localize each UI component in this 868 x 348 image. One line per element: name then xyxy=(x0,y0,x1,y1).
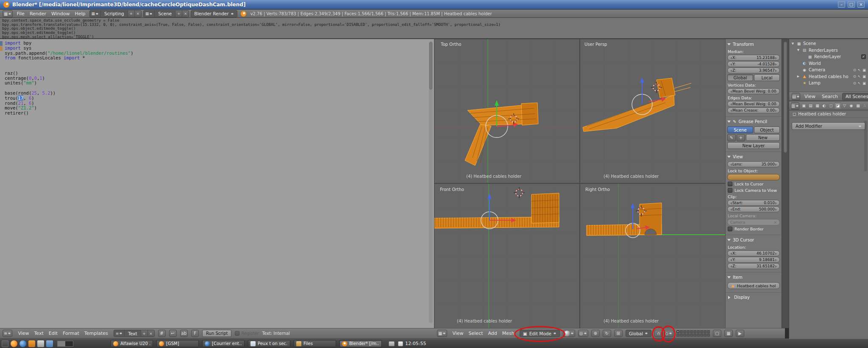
gp-draw-icon[interactable]: ✎ xyxy=(727,134,736,141)
text-editor-scrollbar[interactable] xyxy=(429,41,433,323)
register-option[interactable]: Register xyxy=(235,331,259,336)
selectability-arrow-icon[interactable]: ↖ xyxy=(858,74,861,79)
screen-layout-name[interactable]: Scripting xyxy=(101,11,128,16)
menubar-menu-help[interactable]: Help xyxy=(72,11,87,17)
gp-source-object-button[interactable]: Object xyxy=(754,126,780,133)
window-maximize-button[interactable]: □ xyxy=(848,1,855,8)
view-panel-header[interactable]: View xyxy=(727,153,780,161)
outliner-row-renderlayers[interactable]: ▼▤RenderLayers xyxy=(789,47,868,54)
files-icon[interactable] xyxy=(37,340,44,347)
renderability-camera-icon[interactable]: ▣ xyxy=(862,74,866,79)
median-x-slider[interactable]: X:15.23188 xyxy=(727,55,780,61)
clear-icon[interactable]: × xyxy=(773,220,777,225)
workspace-cell[interactable] xyxy=(58,341,65,346)
local-camera-field[interactable]: Camera × xyxy=(727,219,780,225)
render-engine-dropdown[interactable]: Blender Render xyxy=(191,10,237,17)
snap-magnet-icon[interactable]: ∩ xyxy=(654,330,663,337)
properties-tab-particles[interactable]: ∴ xyxy=(862,102,868,109)
properties-tab-object[interactable]: ◻ xyxy=(828,102,834,109)
firefox-icon[interactable] xyxy=(11,340,17,347)
text-datablock-icon[interactable]: ≡ xyxy=(114,330,125,337)
visibility-eye-icon[interactable]: ⊙ xyxy=(853,81,856,85)
screen-layout-icon[interactable]: ▦ xyxy=(90,11,101,17)
item-panel-header[interactable]: Item xyxy=(727,274,780,281)
manipulator-rotate-icon[interactable]: ↻ xyxy=(603,330,611,337)
lock-to-cursor-checkbox[interactable] xyxy=(728,182,732,186)
editor-type-text-icon[interactable]: ≡ xyxy=(3,330,12,337)
text-menu-templates[interactable]: Templates xyxy=(82,330,110,337)
window-close-button[interactable]: × xyxy=(857,1,865,8)
manipulator-translate-icon[interactable]: ⊕ xyxy=(591,330,600,337)
taskbar-window-button[interactable]: Alfawise U20 ... xyxy=(111,340,153,347)
layer-cell[interactable] xyxy=(683,334,686,337)
mail-icon[interactable] xyxy=(19,340,26,347)
viewport-menu-view[interactable]: View xyxy=(450,330,465,337)
cursor-z-slider[interactable]: Z:31.65182 xyxy=(727,263,780,269)
renderlayer-checkbox-icon[interactable]: ✓ xyxy=(861,54,866,59)
outliner-row-world[interactable]: ◐World xyxy=(789,60,868,67)
render-border-checkbox[interactable] xyxy=(728,227,732,231)
add-layout-button[interactable]: + xyxy=(128,11,134,17)
add-scene-button[interactable]: + xyxy=(175,11,182,17)
outliner-region[interactable]: ▼▦Scene▼▤RenderLayers▩RenderLayer✓◐World… xyxy=(789,39,868,101)
grease-pencil-panel-header[interactable]: ✎Grease Pencil xyxy=(727,118,780,126)
orientation-local-button[interactable]: Local xyxy=(754,74,780,81)
properties-tab-data[interactable]: ▽ xyxy=(841,102,848,109)
taskbar-window-button[interactable]: Blender* [/m... xyxy=(339,340,382,347)
selectability-arrow-icon[interactable]: ↖ xyxy=(858,81,861,85)
opengl-render-icon[interactable]: ▦ xyxy=(724,330,733,337)
taskbar-window-button[interactable]: Peux t on sec... xyxy=(248,340,290,347)
gp-new-button[interactable]: New xyxy=(746,134,780,141)
screen-layout-selector[interactable]: ▦ Scripting + × xyxy=(89,10,142,17)
scene-name[interactable]: Scene xyxy=(155,11,175,16)
editor-icon[interactable] xyxy=(46,340,53,347)
display-panel-header[interactable]: Display xyxy=(727,294,780,301)
lock-camera-checkbox[interactable] xyxy=(728,188,732,193)
close-layout-button[interactable]: × xyxy=(134,11,141,17)
text-menu-text[interactable]: Text xyxy=(32,330,46,337)
workspace-pager[interactable] xyxy=(57,341,73,347)
outliner-row-renderlayer[interactable]: ▩RenderLayer✓ xyxy=(789,53,868,60)
properties-tab-render[interactable]: ▣ xyxy=(801,102,807,109)
gp-new-layer-button[interactable]: New Layer xyxy=(727,142,780,149)
package-icon[interactable] xyxy=(28,340,35,347)
menubar-menu-file[interactable]: File xyxy=(14,11,26,17)
close-text-button[interactable]: × xyxy=(147,330,154,337)
line-numbers-toggle-icon[interactable]: # xyxy=(158,330,166,337)
viewport-shading-dropdown[interactable] xyxy=(563,330,575,337)
viewport-menu-add[interactable]: Add xyxy=(486,330,499,337)
editor-type-info-icon[interactable]: ▦ xyxy=(3,10,13,17)
transform-orientation-dropdown[interactable]: Global xyxy=(626,330,652,337)
mean-crease-slider[interactable]: Mean Crease: 0.00 xyxy=(727,107,780,113)
taskbar-window-button[interactable]: [Courrier ent... xyxy=(202,340,245,347)
menubar-menu-window[interactable]: Window xyxy=(49,11,72,17)
workspace-cell[interactable] xyxy=(65,341,73,346)
breadcrumb-object-name[interactable]: Heatbed cables holder xyxy=(798,112,846,116)
scene-selector-icon[interactable]: ▦ xyxy=(144,11,155,17)
clip-end-slider[interactable]: End: 500.000 xyxy=(727,206,780,212)
layer-cell[interactable] xyxy=(676,330,679,333)
text-datablock-selector[interactable]: ≡ Text + × xyxy=(114,330,155,337)
expander-icon[interactable]: ▶ xyxy=(796,75,800,78)
add-modifier-dropdown[interactable]: Add Modifier xyxy=(792,122,865,130)
scrollbar-thumb[interactable] xyxy=(429,42,432,90)
taskbar-window-button[interactable]: [GSM] xyxy=(156,340,199,347)
orientation-global-button[interactable]: Global xyxy=(727,74,753,81)
add-text-button[interactable]: + xyxy=(141,330,147,337)
window-minimize-button[interactable]: – xyxy=(838,1,845,8)
editor-type-properties-icon[interactable]: ▥ xyxy=(791,102,799,109)
layer-cell[interactable] xyxy=(687,334,690,337)
run-script-button[interactable]: Run Script xyxy=(202,330,231,337)
properties-tab-material[interactable]: ◉ xyxy=(848,102,854,109)
expander-icon[interactable]: ▼ xyxy=(796,48,800,52)
viewport-menu-select[interactable]: Select xyxy=(467,330,485,337)
properties-tab-scene[interactable]: ▦ xyxy=(814,102,821,109)
outliner-row-camera[interactable]: ◉Camera⊙↖▣ xyxy=(789,67,868,73)
expander-icon[interactable]: ▼ xyxy=(791,42,795,45)
text-editor-region[interactable]: import bpyimport syssys.path.append("/ho… xyxy=(0,39,434,328)
edge-bevel-weight-slider[interactable]: Mean Bevel Weig: 0.00 xyxy=(727,101,780,107)
renderability-camera-icon[interactable]: ▣ xyxy=(862,81,866,85)
lock-icon[interactable]: ▢ xyxy=(713,330,721,337)
interaction-mode-dropdown[interactable]: ▣ Edit Mode xyxy=(520,330,560,337)
gp-add-icon[interactable]: + xyxy=(737,134,745,141)
